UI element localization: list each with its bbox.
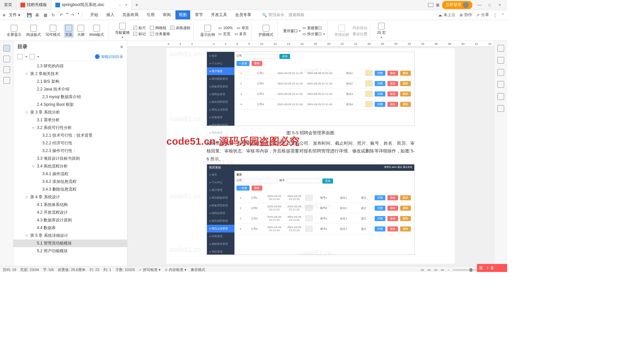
toc-item[interactable]: 2.3 mysql 数据库介绍 [13, 93, 127, 101]
web-mode-button[interactable]: Web版式 [88, 24, 105, 38]
print-icon[interactable]: 🖶 [34, 12, 40, 18]
tab-daoke[interactable]: 找稻壳模板 [16, 0, 51, 10]
save-icon[interactable]: 💾 [26, 12, 32, 18]
gridlines-checkbox[interactable] [150, 26, 154, 30]
showratio-button[interactable]: 显示比例 [199, 24, 216, 38]
fullscreen-button[interactable]: 全屏显示 [5, 24, 23, 38]
toc-item[interactable]: 4.2 开发流程设计 [13, 209, 127, 216]
rail-bookmark-icon[interactable] [3, 66, 10, 73]
refresh-icon[interactable]: ↻ [50, 12, 56, 18]
more-icon[interactable]: ⋮ [493, 13, 497, 17]
menu-tab-7[interactable]: 开发工具 [208, 10, 230, 19]
undo-icon[interactable]: ↶ [58, 12, 64, 18]
toc-item[interactable]: 2.4 Spring Boot 框架 [13, 101, 127, 109]
redo-icon[interactable]: ↷ [70, 12, 76, 18]
jsmacro-button[interactable]: JS 宏▾ [376, 22, 387, 40]
status-section[interactable]: 节: 5/6 [43, 267, 54, 272]
toc-item[interactable]: 3.3 项目设计目标与原则 [13, 155, 127, 162]
pct100-icon[interactable]: ▭ [218, 26, 222, 30]
toc-item[interactable]: ▽第 3 章 系统分析 [13, 109, 127, 116]
rail-select-icon[interactable] [497, 57, 504, 64]
status-pageof[interactable]: 页面: 23/34 [20, 267, 39, 272]
menu-tab-1[interactable]: 插入 [103, 10, 118, 19]
toc-item[interactable]: 3.4.1 操作流程 [13, 170, 127, 178]
writing-mode-button[interactable]: 写作模式 [44, 24, 62, 38]
menu-tab-2[interactable]: 页面布局 [119, 10, 142, 19]
toc-item[interactable]: 2.2 Java 技术介绍 [13, 85, 127, 93]
close-icon[interactable]: × [125, 3, 127, 7]
toc-item[interactable]: 3.1 需求分析 [13, 116, 127, 124]
redo-dropdown-icon[interactable]: ▾ [78, 12, 79, 18]
window-close-button[interactable]: × [495, 2, 504, 8]
rail-ai-icon[interactable] [497, 81, 504, 88]
menu-tab-3[interactable]: 引用 [143, 10, 158, 19]
menu-tab-4[interactable]: 审阅 [159, 10, 174, 19]
ime-indicator[interactable]: 英 ☽ S [477, 264, 507, 272]
toc-item[interactable]: 2.1 B/S 架构 [13, 78, 127, 85]
toc-close-icon[interactable]: × [120, 44, 123, 50]
toc-item[interactable]: 3.2.3 操作可行性： [13, 147, 127, 155]
taskpane-checkbox[interactable] [150, 32, 154, 36]
menu-icon[interactable]: ≡ [3, 12, 5, 18]
undo-dropdown-icon[interactable]: ▾ [66, 12, 68, 18]
toc-item[interactable]: ▽第 4 章 系统设计 [13, 193, 127, 201]
zoom-thumb[interactable] [470, 268, 472, 272]
status-pageno[interactable]: 页码: 19 [3, 267, 16, 272]
grid-icon[interactable]: ⊞ [436, 3, 439, 7]
toc-item[interactable]: 4.1 系统体系结构 [13, 201, 127, 209]
search-box[interactable]: 🔍 查找命令、搜索模板 [262, 12, 305, 18]
menu-tab-0[interactable]: 开始 [87, 10, 102, 19]
toc-item[interactable]: 1.3 研究的内容 [13, 62, 127, 70]
view-mode-icon-3[interactable]: ▭ [434, 268, 437, 272]
toc-expand-icon[interactable] [30, 54, 35, 59]
maximize-button[interactable]: □ [485, 2, 494, 8]
toc-item[interactable]: 5.1 管理员功能模块 [13, 239, 127, 247]
toc-item[interactable]: ▽3.2 系统可行性分析 [13, 124, 127, 132]
expand-icon[interactable]: ⌃ [501, 13, 504, 17]
outline-mode-button[interactable]: 大纲 [76, 24, 86, 38]
splitwin-button[interactable]: ▭拆分窗口▾ [303, 31, 325, 37]
menu-tab-8[interactable]: 会员专享 [232, 10, 255, 19]
rail-toc-icon[interactable] [3, 45, 10, 52]
tablevirt-checkbox[interactable] [170, 26, 174, 30]
ruler-checkbox[interactable] [133, 26, 137, 30]
navpane-button[interactable]: 导航窗格▾ [114, 22, 131, 40]
reading-mode-button[interactable]: 阅读版式 [25, 24, 42, 38]
menu-tab-6[interactable]: 章节 [192, 10, 206, 19]
toc-item[interactable]: 4.4 数据表 [13, 224, 127, 232]
rail-edit-icon[interactable] [497, 45, 504, 52]
layout-icon[interactable] [428, 3, 433, 7]
toc-item[interactable]: 3.4.3 删除信息流程 [13, 186, 127, 193]
contentcheck-button[interactable]: ⊙ 内容检查 ▾ [165, 267, 186, 272]
pagewidth-icon[interactable]: ▭ [218, 32, 222, 36]
tab-home[interactable]: 首页 [0, 0, 16, 10]
view-mode-icon-1[interactable]: ▭ [421, 268, 424, 272]
toc-item[interactable]: 4.3 数据库设计原则 [13, 216, 127, 224]
toc-item[interactable]: 3.2.1 技术可行性：技术背景 [13, 132, 127, 139]
view-mode-icon-2[interactable]: ▭ [427, 268, 431, 272]
rail-proof-icon[interactable] [497, 105, 504, 112]
toc-item[interactable]: ▽3.4 系统流程分析 [13, 162, 127, 170]
multipage-icon[interactable]: ▭ [234, 32, 238, 36]
toc-item[interactable]: 5.2 用户功能模块 [13, 247, 127, 255]
tab-document[interactable]: springboot简历系统.doc▫× [51, 0, 132, 10]
rail-settings-icon[interactable] [497, 69, 504, 76]
zoom-out-button[interactable]: − [447, 268, 449, 272]
menu-tab-5[interactable]: 视图 [175, 10, 190, 19]
rail-tools-icon[interactable] [497, 93, 504, 100]
singlepage-icon[interactable]: ▭ [237, 26, 240, 30]
status-words[interactable]: 字数: 10325 [115, 267, 135, 272]
tab-add-button[interactable]: + [132, 2, 142, 8]
toc-item[interactable]: ▽第 5 章 系统详细设计 [13, 232, 127, 239]
zoom-slider[interactable] [453, 269, 480, 271]
toc-item[interactable]: 3.2.2 经济可行性 [13, 139, 127, 147]
rail-folder-icon[interactable] [3, 56, 10, 62]
toc-item[interactable]: ▽第 2 章相关技术 [13, 70, 127, 78]
toc-collapse-icon[interactable] [17, 54, 23, 59]
tab-restore-icon[interactable]: ▫ [119, 3, 121, 7]
page-mode-button[interactable]: 页面 [64, 24, 74, 38]
minimize-button[interactable]: — [475, 2, 484, 8]
file-menu[interactable]: 文件▾ [6, 11, 23, 19]
share-button[interactable]: ↗分享 [476, 12, 489, 18]
arrangewin-button[interactable]: 重排窗口▾ [283, 28, 301, 33]
